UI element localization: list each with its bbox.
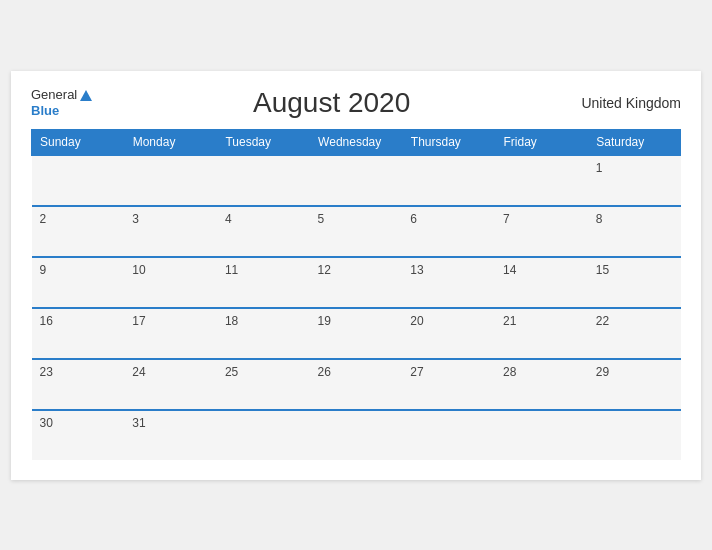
weekday-header-monday: Monday [124, 129, 217, 155]
calendar-grid: SundayMondayTuesdayWednesdayThursdayFrid… [31, 129, 681, 460]
calendar-day-26: 26 [310, 359, 403, 410]
calendar-body: 1234567891011121314151617181920212223242… [32, 155, 681, 460]
calendar-day-7: 7 [495, 206, 588, 257]
logo-triangle-icon [80, 90, 92, 101]
calendar-day-empty [217, 410, 310, 460]
calendar-day-empty [310, 155, 403, 206]
calendar-day-3: 3 [124, 206, 217, 257]
calendar-day-13: 13 [402, 257, 495, 308]
calendar-day-14: 14 [495, 257, 588, 308]
calendar-day-6: 6 [402, 206, 495, 257]
calendar-week-row: 9101112131415 [32, 257, 681, 308]
calendar-week-row: 1 [32, 155, 681, 206]
calendar-day-empty [588, 410, 681, 460]
calendar-day-4: 4 [217, 206, 310, 257]
calendar-day-30: 30 [32, 410, 125, 460]
calendar-day-empty [402, 410, 495, 460]
calendar-day-19: 19 [310, 308, 403, 359]
calendar-day-23: 23 [32, 359, 125, 410]
calendar-day-28: 28 [495, 359, 588, 410]
weekday-header-thursday: Thursday [402, 129, 495, 155]
weekday-header-row: SundayMondayTuesdayWednesdayThursdayFrid… [32, 129, 681, 155]
calendar-day-2: 2 [32, 206, 125, 257]
calendar-day-empty [310, 410, 403, 460]
weekday-header-friday: Friday [495, 129, 588, 155]
calendar-day-21: 21 [495, 308, 588, 359]
calendar-day-9: 9 [32, 257, 125, 308]
weekday-header-wednesday: Wednesday [310, 129, 403, 155]
calendar-day-empty [402, 155, 495, 206]
calendar-day-24: 24 [124, 359, 217, 410]
calendar-day-empty [495, 155, 588, 206]
calendar-day-10: 10 [124, 257, 217, 308]
calendar-day-20: 20 [402, 308, 495, 359]
weekday-header-tuesday: Tuesday [217, 129, 310, 155]
calendar-day-29: 29 [588, 359, 681, 410]
calendar-week-row: 3031 [32, 410, 681, 460]
calendar-day-25: 25 [217, 359, 310, 410]
calendar-day-1: 1 [588, 155, 681, 206]
calendar-day-15: 15 [588, 257, 681, 308]
calendar-day-31: 31 [124, 410, 217, 460]
calendar-day-22: 22 [588, 308, 681, 359]
calendar-day-12: 12 [310, 257, 403, 308]
weekday-header-saturday: Saturday [588, 129, 681, 155]
calendar-day-18: 18 [217, 308, 310, 359]
calendar-day-empty [124, 155, 217, 206]
calendar-title: August 2020 [92, 87, 571, 119]
calendar-day-empty [32, 155, 125, 206]
calendar-week-row: 23242526272829 [32, 359, 681, 410]
calendar-header: General Blue August 2020 United Kingdom [31, 87, 681, 119]
calendar-day-empty [217, 155, 310, 206]
calendar-day-5: 5 [310, 206, 403, 257]
calendar-day-27: 27 [402, 359, 495, 410]
logo: General Blue [31, 87, 92, 118]
logo-general-text: General [31, 87, 77, 103]
calendar-week-row: 2345678 [32, 206, 681, 257]
calendar-day-16: 16 [32, 308, 125, 359]
calendar-day-empty [495, 410, 588, 460]
calendar-day-11: 11 [217, 257, 310, 308]
calendar-day-8: 8 [588, 206, 681, 257]
calendar-region: United Kingdom [571, 95, 681, 111]
logo-blue-text: Blue [31, 103, 92, 119]
calendar-day-17: 17 [124, 308, 217, 359]
weekday-header-sunday: Sunday [32, 129, 125, 155]
calendar-container: General Blue August 2020 United Kingdom … [11, 71, 701, 480]
calendar-week-row: 16171819202122 [32, 308, 681, 359]
